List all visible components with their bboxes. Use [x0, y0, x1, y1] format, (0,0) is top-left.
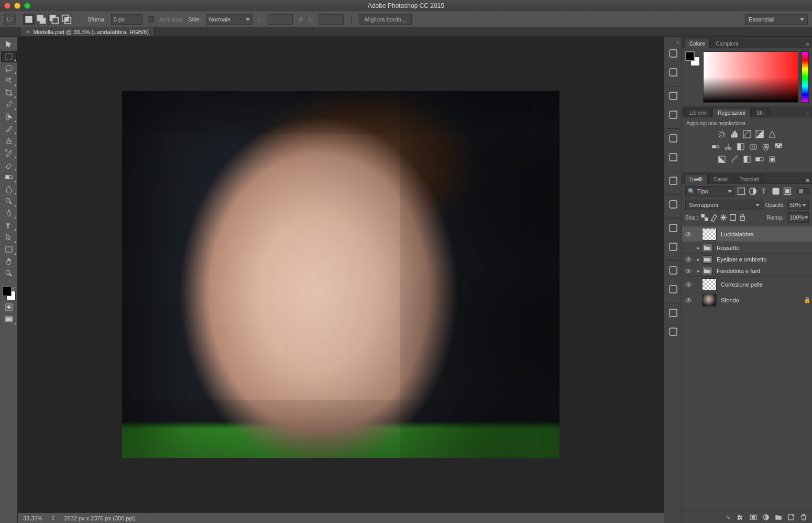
layer-name[interactable]: Eyeliner e ombretto [717, 256, 812, 263]
panel-menu-icon[interactable]: ≡ [804, 111, 812, 117]
color-lookup-icon[interactable] [774, 142, 783, 151]
tab-layers[interactable]: Livelli [684, 175, 708, 184]
feather-input[interactable] [111, 14, 142, 25]
link-layers-icon[interactable] [724, 513, 732, 521]
blend-mode-select[interactable]: Sovrapponi [685, 200, 763, 210]
path-select-tool[interactable] [1, 232, 17, 243]
visibility-toggle[interactable] [682, 297, 695, 304]
layer-row[interactable]: Sfondo🔒 [682, 292, 812, 308]
status-expand-icon[interactable]: 〉 [144, 514, 150, 522]
layer-row[interactable]: Correzione pelle [682, 277, 812, 292]
lasso-tool[interactable] [1, 63, 17, 74]
minimize-window-button[interactable] [14, 3, 20, 9]
dodge-tool[interactable] [1, 195, 17, 207]
brightness-contrast-icon[interactable] [717, 129, 727, 139]
curves-icon[interactable] [742, 129, 752, 139]
color-field[interactable] [703, 51, 798, 103]
brush-tool[interactable] [1, 123, 17, 135]
paragraph-icon[interactable] [666, 239, 681, 254]
color-swatches[interactable]: ⤢ [1, 286, 17, 301]
close-tab-icon[interactable]: × [26, 28, 30, 35]
tool-presets-icon[interactable] [666, 197, 681, 212]
refine-edge-button[interactable]: Migliora bordo... [359, 14, 412, 25]
quick-select-tool[interactable] [1, 75, 17, 86]
layer-style-icon[interactable]: fx [737, 513, 745, 521]
photo-filter-icon[interactable] [749, 142, 758, 151]
tab-libraries[interactable]: Librerie [684, 108, 712, 117]
blur-tool[interactable] [1, 183, 17, 195]
layer-mask-icon[interactable] [749, 513, 758, 521]
panel-menu-icon[interactable]: ≡ [804, 41, 812, 48]
adjustment-layer-icon[interactable] [762, 513, 770, 521]
style-select[interactable]: Normale [206, 14, 253, 25]
close-window-button[interactable] [4, 3, 10, 9]
delete-layer-icon[interactable] [799, 513, 808, 521]
device-preview-icon[interactable] [666, 324, 681, 339]
share-icon[interactable]: ⇪ [51, 515, 56, 521]
healing-brush-tool[interactable] [1, 111, 17, 123]
visibility-toggle[interactable] [682, 231, 695, 238]
layer-row[interactable]: ▸Fondotinta e fard [682, 265, 812, 277]
histogram-icon[interactable] [666, 107, 681, 122]
layer-name[interactable]: Lucidalabbra [721, 231, 812, 237]
hue-saturation-icon[interactable] [711, 142, 720, 151]
eyedropper-tool[interactable] [1, 99, 17, 111]
expand-group-icon[interactable]: ▸ [695, 245, 702, 250]
visibility-toggle[interactable] [682, 267, 695, 275]
lock-transparent-icon[interactable] [700, 213, 709, 222]
hue-slider[interactable] [802, 51, 809, 103]
filter-shape-icon[interactable] [771, 187, 781, 196]
filter-smart-icon[interactable] [783, 187, 792, 196]
tab-paths[interactable]: Tracciati [734, 175, 764, 184]
clone-stamp-tool[interactable] [1, 135, 17, 147]
gradient-map-icon[interactable] [755, 155, 764, 164]
character-styles-icon[interactable] [666, 282, 681, 297]
pen-tool[interactable] [1, 208, 17, 219]
history-icon[interactable] [666, 46, 681, 61]
document-dimensions[interactable]: 2832 px x 2376 px (300 ppi) [64, 515, 135, 521]
visibility-toggle[interactable] [682, 281, 695, 288]
threshold-icon[interactable] [742, 155, 752, 164]
intersect-selection-button[interactable] [61, 14, 72, 25]
zoom-tool[interactable] [1, 268, 17, 279]
marquee-tool[interactable] [1, 51, 17, 62]
lock-position-icon[interactable] [719, 213, 728, 222]
expand-group-icon[interactable]: ▸ [695, 257, 702, 262]
expand-group-icon[interactable]: ▸ [695, 268, 702, 274]
tab-color[interactable]: Colore [684, 39, 710, 48]
zoom-window-button[interactable] [24, 3, 30, 9]
filter-pixel-icon[interactable] [737, 187, 746, 196]
add-selection-button[interactable] [36, 14, 47, 25]
workspace-picker[interactable]: Essenziali [745, 14, 808, 25]
lock-pixels-icon[interactable] [710, 213, 718, 222]
quick-mask-icon[interactable] [1, 301, 17, 313]
gradient-tool[interactable] [1, 171, 17, 183]
exposure-icon[interactable] [755, 129, 764, 139]
actions-icon[interactable] [666, 65, 681, 80]
layer-row[interactable]: ▸Rossetto [682, 242, 812, 254]
eraser-tool[interactable] [1, 159, 17, 171]
filter-toggle[interactable] [797, 188, 809, 194]
crop-tool[interactable] [1, 87, 17, 99]
tab-swatches[interactable]: Campioni [710, 39, 743, 48]
color-swatches[interactable] [685, 51, 700, 66]
color-balance-icon[interactable] [723, 142, 733, 151]
document-tab[interactable]: × Modella.psd @ 33,3% (Lucidalabbra, RGB… [21, 27, 155, 36]
new-layer-icon[interactable] [787, 513, 795, 521]
filter-type-icon[interactable]: T [760, 187, 769, 196]
expand-dock-icon[interactable]: « [675, 39, 682, 46]
visibility-toggle[interactable] [682, 256, 695, 263]
opacity-input[interactable]: 50% [787, 200, 809, 210]
brightness-icon[interactable] [666, 89, 681, 103]
rectangle-tool[interactable] [1, 244, 17, 255]
move-tool[interactable] [1, 39, 17, 50]
layer-filter-kind[interactable]: 🔍 Tipo [685, 186, 734, 197]
zoom-level[interactable]: 33,33% [23, 515, 42, 521]
glyphs-icon[interactable] [666, 263, 681, 278]
panel-menu-icon[interactable]: ≡ [804, 177, 812, 183]
subtract-selection-button[interactable] [48, 14, 60, 25]
tab-channels[interactable]: Canali [708, 175, 733, 184]
layer-name[interactable]: Rossetto [717, 245, 812, 251]
tab-adjustments[interactable]: Regolazioni [712, 108, 750, 117]
layer-row[interactable]: ▸Eyeliner e ombretto [682, 254, 812, 265]
